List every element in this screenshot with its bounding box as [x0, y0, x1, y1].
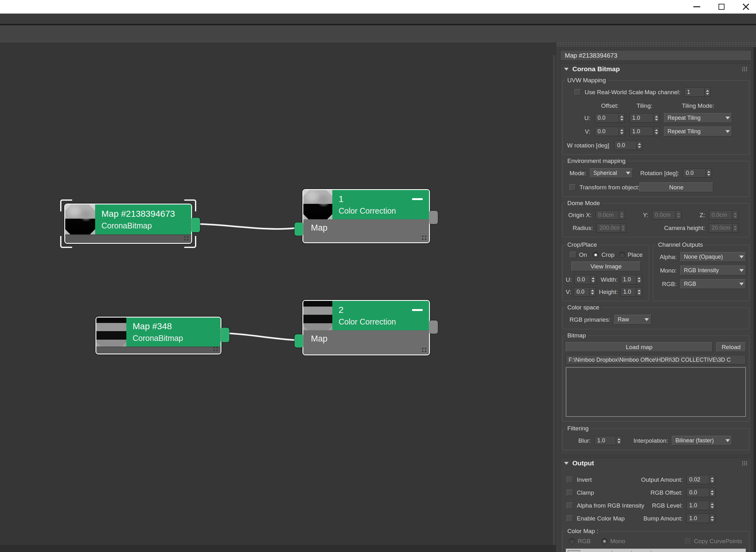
rgb-primaries-dropdown[interactable]: Raw — [614, 315, 651, 324]
map-channel-spinner[interactable]: 1 — [684, 88, 711, 97]
u-tiling-mode-dropdown[interactable]: Repeat Tiling — [664, 113, 732, 123]
bump-amount-spinner[interactable]: 1.0 — [687, 514, 715, 523]
delete-point-button[interactable] — [615, 550, 628, 552]
node-corona-bitmap-2[interactable]: Map #348 CoronaBitmap — [96, 317, 221, 355]
collapse-node-icon[interactable] — [412, 309, 423, 311]
radius-spinner[interactable]: 200.0cm — [597, 224, 626, 233]
spinner-arrows-icon[interactable] — [709, 514, 715, 523]
spinner-arrows-icon[interactable] — [616, 436, 622, 445]
resize-grip-icon[interactable] — [425, 239, 426, 240]
output-connector[interactable] — [429, 211, 438, 224]
v-offset-spinner[interactable]: 0.0 — [595, 127, 625, 136]
spinner-arrows-icon[interactable] — [589, 288, 595, 296]
mono-dropdown[interactable]: RGB Intensity — [681, 266, 746, 275]
camera-height-spinner[interactable]: 20.0cm — [709, 224, 738, 233]
transform-from-object-button[interactable]: None — [639, 182, 713, 192]
output-amount-spinner[interactable]: 0.02 — [687, 475, 715, 484]
map-input-connector[interactable] — [295, 223, 303, 236]
bitmap-path-field[interactable]: F:\Nimboo Dropbox\Nimboo Office\HDRI\3D … — [566, 355, 746, 365]
copy-curvepoints-checkbox[interactable] — [685, 538, 692, 544]
panel-scrollbar[interactable] — [753, 47, 756, 552]
load-map-button[interactable]: Load map — [566, 342, 713, 352]
spinner-arrows-icon[interactable] — [619, 127, 625, 136]
rgb-output-dropdown[interactable]: RGB — [681, 279, 746, 289]
crop-height-spinner[interactable]: 1.0 — [620, 287, 642, 296]
rollout-drag-icon[interactable] — [742, 461, 748, 465]
crop-u-spinner[interactable]: 0.0 — [574, 275, 596, 284]
output-connector[interactable] — [221, 328, 229, 342]
color-map-mono-radio[interactable] — [601, 538, 608, 544]
view-image-button[interactable]: View Image — [571, 262, 641, 271]
transform-from-object-checkbox[interactable] — [570, 184, 576, 190]
spinner-arrows-icon[interactable] — [709, 489, 715, 497]
minimize-button[interactable] — [688, 0, 706, 14]
node-header[interactable]: Map #2138394673 CoronaBitmap — [65, 204, 191, 235]
spinner-arrows-icon[interactable] — [709, 475, 715, 484]
u-tiling-spinner[interactable]: 1.0 — [629, 113, 659, 123]
interpolation-dropdown[interactable]: Bilinear (faster) — [672, 436, 732, 445]
spinner-arrows-icon[interactable] — [636, 275, 642, 284]
rgb-offset-spinner[interactable]: 0.0 — [687, 488, 715, 497]
spinner-arrows-icon[interactable] — [704, 88, 710, 97]
spinner-arrows-icon[interactable] — [590, 275, 596, 284]
place-radio[interactable] — [619, 252, 625, 258]
node-slot-area[interactable]: Map — [303, 219, 429, 242]
node-color-correction-1[interactable]: 1 Color Correction Map — [302, 189, 430, 243]
spinner-arrows-icon[interactable] — [653, 114, 659, 122]
crop-width-spinner[interactable]: 1.0 — [620, 275, 642, 284]
crop-on-checkbox[interactable] — [570, 252, 577, 258]
w-rotation-spinner[interactable]: 0.0 — [614, 141, 643, 150]
rotation-spinner[interactable]: 0.0 — [683, 168, 712, 178]
wire-bitmap2-to-cc2[interactable] — [229, 333, 294, 340]
output-connector[interactable] — [191, 218, 200, 232]
move-point-button[interactable] — [568, 550, 580, 552]
crop-v-spinner[interactable]: 0.0 — [574, 287, 596, 296]
crop-radio[interactable] — [593, 252, 599, 258]
collapse-node-icon[interactable] — [412, 198, 423, 200]
u-offset-spinner[interactable]: 0.0 — [595, 113, 625, 123]
origin-x-spinner[interactable]: 0.0cm — [595, 211, 625, 220]
v-tiling-spinner[interactable]: 1.0 — [629, 127, 659, 136]
use-real-world-scale-checkbox[interactable] — [575, 89, 581, 96]
v-tiling-mode-dropdown[interactable]: Repeat Tiling — [664, 127, 732, 136]
spinner-arrows-icon[interactable] — [709, 501, 715, 510]
invert-checkbox[interactable] — [567, 477, 573, 483]
resize-grip-icon[interactable] — [425, 351, 426, 352]
environment-mode-dropdown[interactable]: Spherical — [590, 168, 633, 178]
origin-z-spinner[interactable]: 0.0cm — [709, 211, 738, 220]
color-map-rgb-radio[interactable] — [569, 538, 575, 544]
spinner-arrows-icon[interactable] — [619, 114, 625, 122]
node-corona-bitmap-1[interactable]: Map #2138394673 CoronaBitmap — [64, 203, 192, 244]
blur-spinner[interactable]: 1.0 — [594, 436, 622, 445]
wire-bitmap1-to-cc1[interactable] — [199, 224, 295, 229]
spinner-arrows-icon[interactable] — [620, 224, 626, 232]
node-header[interactable]: Map #348 CoronaBitmap — [97, 317, 220, 347]
spinner-arrows-icon[interactable] — [732, 224, 738, 232]
close-button[interactable] — [737, 0, 755, 14]
spinner-arrows-icon[interactable] — [732, 211, 738, 219]
graph-vertical-scrollbar[interactable] — [552, 55, 556, 545]
node-color-correction-2[interactable]: 2 Color Correction Map — [302, 300, 430, 356]
resize-grip-icon[interactable] — [216, 350, 218, 351]
spinner-arrows-icon[interactable] — [706, 169, 712, 177]
node-graph-view[interactable]: Map #2138394673 CoronaBitmap 1 Color Cor… — [0, 42, 556, 552]
enable-color-map-checkbox[interactable] — [567, 516, 573, 522]
rollout-collapse-icon[interactable] — [564, 68, 569, 71]
map-input-connector[interactable] — [295, 334, 303, 348]
rollout-collapse-icon[interactable] — [564, 462, 569, 465]
reset-curve-button[interactable] — [635, 550, 648, 552]
corona-bitmap-rollout-header[interactable]: Corona Bitmap — [560, 64, 751, 74]
rgb-level-spinner[interactable]: 1.0 — [687, 501, 715, 510]
output-rollout-header[interactable]: Output — [560, 458, 751, 468]
reload-button[interactable]: Reload — [716, 342, 746, 352]
node-slot-area[interactable]: Map — [303, 330, 429, 355]
alpha-from-rgb-intensity-checkbox[interactable] — [567, 503, 573, 509]
move-point-horizontal-button[interactable] — [596, 550, 609, 552]
output-connector[interactable] — [429, 320, 438, 334]
scale-point-button[interactable] — [582, 550, 594, 552]
spinner-arrows-icon[interactable] — [653, 127, 659, 136]
node-header[interactable]: 2 Color Correction — [303, 301, 429, 330]
maximize-button[interactable] — [713, 0, 730, 14]
origin-y-spinner[interactable]: 0.0cm — [652, 211, 682, 220]
spinner-arrows-icon[interactable] — [619, 211, 625, 219]
